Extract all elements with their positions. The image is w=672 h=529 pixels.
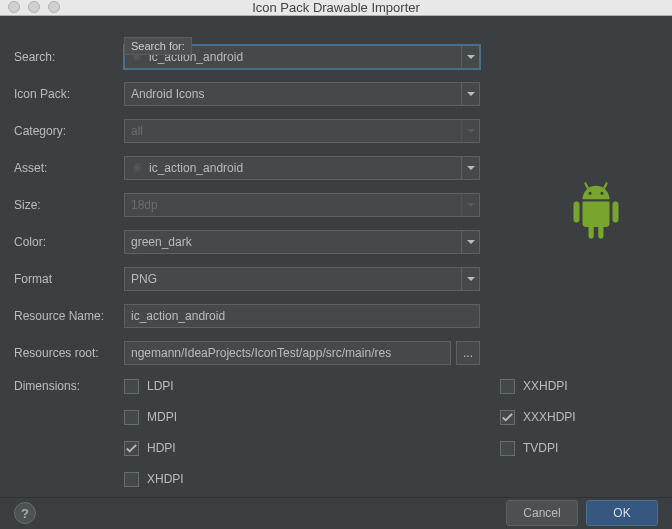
maximize-icon[interactable]: [48, 1, 60, 13]
resname-input[interactable]: ic_action_android: [124, 304, 480, 328]
resroot-value: ngemann/IdeaProjects/IconTest/app/src/ma…: [131, 346, 391, 360]
asset-combo[interactable]: ic_action_android: [124, 156, 480, 180]
checkbox-label: XHDPI: [147, 472, 184, 486]
dialog-content: Search: Search for: ic_action_android Ic…: [0, 16, 672, 497]
dropdown-arrow-icon[interactable]: [461, 268, 479, 290]
checkbox-label: XXXHDPI: [523, 410, 576, 424]
checkbox-label: HDPI: [147, 441, 176, 455]
svg-rect-0: [574, 201, 580, 222]
format-label: Format: [14, 272, 124, 286]
dimensions-label: Dimensions:: [14, 379, 124, 393]
checkbox-icon: [124, 472, 139, 487]
ok-button[interactable]: OK: [586, 500, 658, 526]
svg-rect-1: [613, 201, 619, 222]
dimension-checkbox-xxxhdpi[interactable]: XXXHDPI: [500, 410, 576, 425]
svg-point-5: [601, 191, 604, 194]
titlebar: Icon Pack Drawable Importer: [0, 0, 672, 16]
category-label: Category:: [14, 124, 124, 138]
asset-value: ic_action_android: [149, 161, 243, 175]
color-value: green_dark: [131, 235, 192, 249]
checkbox-label: XXHDPI: [523, 379, 568, 393]
resroot-label: Resources root:: [14, 346, 124, 360]
checkbox-label: LDPI: [147, 379, 174, 393]
dimension-checkbox-tvdpi[interactable]: TVDPI: [500, 441, 576, 456]
dropdown-arrow-icon[interactable]: [461, 157, 479, 179]
color-label: Color:: [14, 235, 124, 249]
window-title: Icon Pack Drawable Importer: [0, 0, 672, 15]
checkbox-icon: [500, 410, 515, 425]
color-combo[interactable]: green_dark: [124, 230, 480, 254]
iconpack-value: Android Icons: [131, 87, 204, 101]
dropdown-arrow-icon[interactable]: [461, 83, 479, 105]
category-combo: all: [124, 119, 480, 143]
checkbox-icon: [124, 379, 139, 394]
minimize-icon[interactable]: [28, 1, 40, 13]
format-combo[interactable]: PNG: [124, 267, 480, 291]
browse-label: ...: [463, 346, 473, 360]
svg-point-4: [589, 191, 592, 194]
help-icon: ?: [21, 506, 29, 521]
ok-label: OK: [613, 506, 630, 520]
dimension-checkbox-xhdpi[interactable]: XHDPI: [124, 472, 480, 487]
android-logo-icon: [560, 176, 632, 248]
cancel-label: Cancel: [523, 506, 560, 520]
size-value: 18dp: [131, 198, 158, 212]
dimension-checkbox-ldpi[interactable]: LDPI: [124, 379, 480, 394]
dropdown-arrow-icon: [461, 120, 479, 142]
svg-rect-2: [584, 182, 590, 190]
iconpack-label: Icon Pack:: [14, 87, 124, 101]
dimension-checkbox-xxhdpi[interactable]: XXHDPI: [500, 379, 576, 394]
category-value: all: [131, 124, 143, 138]
checkbox-icon: [500, 441, 515, 456]
android-icon: [131, 161, 145, 175]
size-combo: 18dp: [124, 193, 480, 217]
format-value: PNG: [131, 272, 157, 286]
search-tooltip: Search for:: [124, 37, 192, 55]
checkbox-icon: [500, 379, 515, 394]
checkbox-icon: [124, 441, 139, 456]
asset-label: Asset:: [14, 161, 124, 175]
dropdown-arrow-icon[interactable]: [461, 231, 479, 253]
resname-label: Resource Name:: [14, 309, 124, 323]
checkbox-icon: [124, 410, 139, 425]
resroot-input[interactable]: ngemann/IdeaProjects/IconTest/app/src/ma…: [124, 341, 451, 365]
dimension-checkbox-hdpi[interactable]: HDPI: [124, 441, 480, 456]
checkbox-label: TVDPI: [523, 441, 558, 455]
search-label: Search:: [14, 50, 124, 64]
cancel-button[interactable]: Cancel: [506, 500, 578, 526]
iconpack-combo[interactable]: Android Icons: [124, 82, 480, 106]
dimensions-checkboxes: LDPIMDPIHDPIXHDPI XXHDPIXXXHDPITVDPI: [124, 379, 576, 487]
close-icon[interactable]: [8, 1, 20, 13]
svg-rect-3: [603, 182, 609, 190]
resname-value: ic_action_android: [131, 309, 225, 323]
dimension-checkbox-mdpi[interactable]: MDPI: [124, 410, 480, 425]
dialog-footer: ? Cancel OK: [0, 497, 672, 529]
browse-button[interactable]: ...: [456, 341, 480, 365]
dropdown-arrow-icon: [461, 194, 479, 216]
checkbox-label: MDPI: [147, 410, 177, 424]
help-button[interactable]: ?: [14, 502, 36, 524]
icon-preview: [560, 176, 632, 251]
window-controls: [0, 1, 60, 13]
size-label: Size:: [14, 198, 124, 212]
dropdown-arrow-icon[interactable]: [461, 46, 479, 68]
